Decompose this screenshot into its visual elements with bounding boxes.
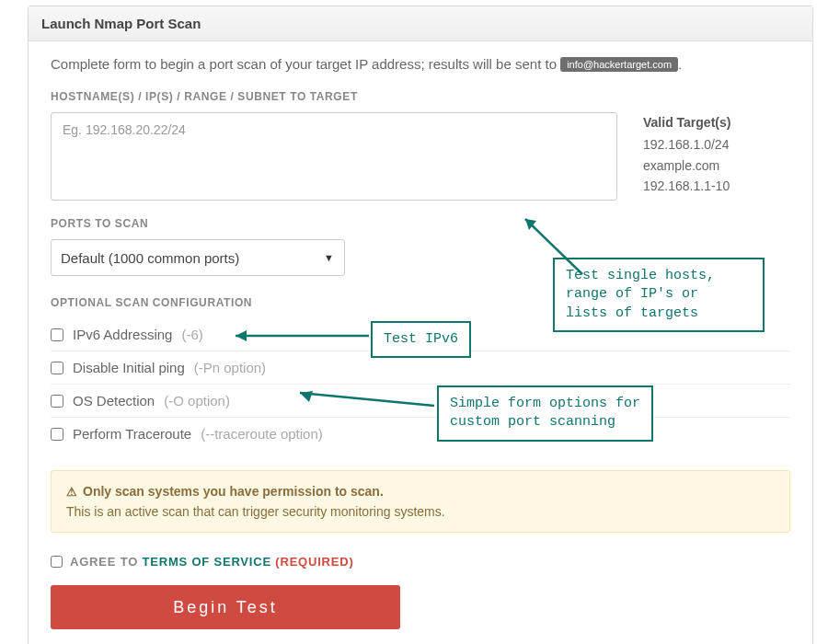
panel-body: Complete form to begin a port scan of yo…: [29, 41, 812, 644]
checkbox-agree[interactable]: [51, 556, 63, 568]
warning-icon: ⚠: [66, 485, 77, 499]
checkbox-traceroute[interactable]: [51, 428, 63, 441]
panel-title: Launch Nmap Port Scan: [29, 6, 812, 41]
intro-text: Complete form to begin a port scan of yo…: [51, 56, 790, 72]
callout-ipv6: Test IPv6: [371, 321, 471, 358]
hosts-label: HOSTNAME(S) / IP(S) / RANGE / SUBNET TO …: [51, 90, 790, 103]
option-text: IPv6 Addressing: [73, 327, 172, 342]
svg-marker-5: [300, 391, 313, 402]
warning-box: ⚠ Only scan systems you have permission …: [51, 470, 790, 533]
intro-period: .: [678, 56, 682, 72]
option-hint: (-O option): [164, 393, 230, 408]
target-input[interactable]: [51, 112, 617, 201]
warning-title: Only scan systems you have permission to…: [83, 484, 384, 499]
ports-select[interactable]: Default (1000 common ports): [51, 239, 345, 276]
option-text: OS Detection: [73, 393, 155, 408]
svg-marker-3: [236, 330, 247, 341]
scan-panel: Launch Nmap Port Scan Complete form to b…: [28, 6, 813, 644]
valid-targets-title: Valid Target(s): [643, 112, 790, 132]
ports-label: PORTS TO SCAN: [51, 217, 790, 230]
email-badge: info@hackertarget.com: [560, 57, 678, 72]
valid-target-example: example.com: [643, 155, 790, 176]
agree-row[interactable]: AGREE TO TERMS OF SERVICE (REQUIRED): [51, 555, 790, 569]
callout-custom: Simple form options for custom port scan…: [437, 385, 653, 442]
option-hint: (-Pn option): [194, 360, 266, 375]
agree-pre: AGREE TO: [70, 555, 142, 569]
intro-pre: Complete form to begin a port scan of yo…: [51, 56, 560, 72]
option-hint: (--traceroute option): [201, 426, 323, 442]
checkbox-os-detection[interactable]: [51, 395, 63, 408]
checkbox-ipv6[interactable]: [51, 328, 63, 341]
option-traceroute[interactable]: Perform Traceroute (--traceroute option): [51, 418, 790, 450]
valid-targets: Valid Target(s) 192.168.1.0/24 example.c…: [643, 112, 790, 201]
required-tag: (REQUIRED): [271, 555, 354, 569]
arrow-icon: [291, 389, 438, 411]
option-text: Disable Initial ping: [73, 360, 185, 375]
valid-target-example: 192.168.1.1-10: [643, 176, 790, 196]
option-hint: (-6): [181, 327, 202, 342]
warning-body: This is an active scan that can trigger …: [66, 504, 775, 519]
svg-line-4: [300, 393, 434, 406]
valid-target-example: 192.168.1.0/24: [643, 134, 790, 155]
arrow-icon: [518, 212, 628, 285]
option-text: Perform Traceroute: [73, 426, 191, 442]
begin-test-button[interactable]: Begin Test: [51, 585, 400, 629]
checkbox-disable-ping[interactable]: [51, 362, 63, 374]
svg-line-0: [525, 219, 582, 274]
tos-link[interactable]: TERMS OF SERVICE: [142, 555, 270, 569]
arrow-icon: [226, 327, 374, 345]
